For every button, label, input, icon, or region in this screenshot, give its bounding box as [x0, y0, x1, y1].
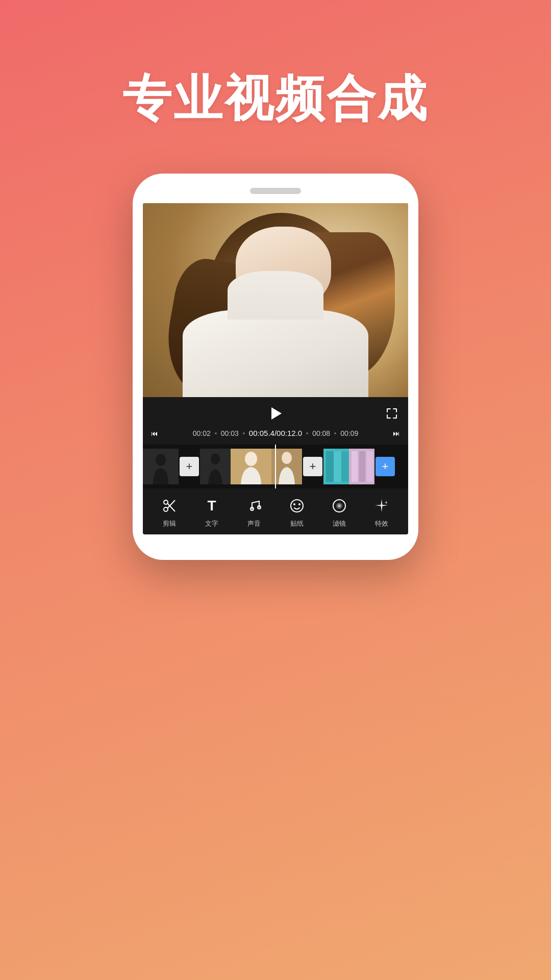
svg-rect-13 — [352, 451, 358, 482]
marker-2: 00:03 — [221, 429, 239, 437]
fullscreen-button[interactable] — [384, 405, 400, 422]
svg-rect-11 — [341, 451, 349, 482]
marker-1: 00:02 — [193, 429, 211, 437]
clip-thumb-4[interactable] — [271, 449, 302, 484]
video-frame — [143, 203, 408, 397]
filter-label: 滤镜 — [333, 519, 346, 528]
clip-thumb-1[interactable] — [143, 449, 179, 484]
skip-start-icon[interactable]: ⏮ — [151, 429, 158, 437]
detection-its-text: its — [436, 919, 460, 947]
clip-thumb-3[interactable] — [231, 449, 271, 484]
tool-filter[interactable]: 滤镜 — [324, 496, 355, 528]
play-icon — [271, 407, 282, 420]
video-area: ⏮ 00:02 00:03 00:05.4/00:12.0 00:08 00:0… — [143, 203, 408, 534]
svg-rect-14 — [359, 451, 365, 482]
clip-thumb-6[interactable] — [349, 449, 374, 484]
svg-point-7 — [282, 452, 292, 464]
marker-3: 00:08 — [312, 429, 330, 437]
svg-point-23 — [293, 503, 295, 505]
dot1 — [215, 432, 217, 434]
phone-speaker — [250, 188, 301, 194]
page-container: 专业视频合成 — [0, 0, 551, 980]
tool-effect[interactable]: 特效 — [366, 496, 397, 528]
svg-rect-9 — [326, 451, 334, 482]
clip-thumbnail-2 — [200, 449, 231, 484]
sparkle-icon — [374, 498, 389, 513]
svg-point-1 — [156, 454, 166, 466]
svg-point-24 — [298, 503, 300, 505]
marker-4: 00:09 — [340, 429, 358, 437]
svg-point-22 — [291, 500, 303, 512]
title-area: 专业视频合成 — [0, 0, 551, 174]
coat — [183, 310, 368, 397]
dot3 — [306, 432, 308, 434]
scissors-icon — [162, 498, 177, 513]
sticker-icon — [287, 496, 307, 516]
tool-audio[interactable]: 声音 — [239, 496, 269, 528]
tool-sticker[interactable]: 贴纸 — [282, 496, 312, 528]
cut-label: 剪辑 — [163, 519, 176, 528]
video-controls: ⏮ 00:02 00:03 00:05.4/00:12.0 00:08 00:0… — [143, 397, 408, 445]
coat-collar — [228, 271, 323, 320]
effect-icon — [371, 496, 392, 516]
current-time: 00:05.4/00:12.0 — [249, 429, 302, 437]
text-icon: T — [202, 496, 222, 516]
clip-thumb-5[interactable] — [323, 449, 349, 484]
dot4 — [334, 432, 336, 434]
audio-icon — [244, 496, 264, 516]
controls-row — [151, 404, 400, 423]
clip-thumbnail-5 — [323, 449, 349, 484]
svg-rect-10 — [334, 451, 341, 482]
fullscreen-icon — [386, 408, 397, 419]
music-note-icon — [247, 499, 261, 513]
skip-end-icon[interactable]: ⏭ — [393, 429, 400, 437]
clip-thumbnail-6 — [349, 449, 374, 484]
clip-thumbnail-1 — [143, 449, 179, 484]
svg-point-5 — [245, 452, 257, 466]
clip-thumbnail-3 — [231, 449, 271, 484]
tool-cut[interactable]: 剪辑 — [154, 496, 185, 528]
clip-thumb-2[interactable] — [200, 449, 231, 484]
bottom-toolbar: 剪辑 T 文字 声音 — [143, 488, 408, 534]
cut-icon — [159, 496, 180, 516]
clip-thumbnail-4 — [271, 449, 302, 484]
svg-point-3 — [211, 453, 220, 464]
add-clip-button-1[interactable]: + — [180, 457, 199, 476]
timeline-row: ⏮ 00:02 00:03 00:05.4/00:12.0 00:08 00:0… — [151, 427, 400, 439]
phone-mockup: ⏮ 00:02 00:03 00:05.4/00:12.0 00:08 00:0… — [133, 174, 418, 560]
text-label: 文字 — [205, 519, 218, 528]
add-clip-button-last[interactable]: + — [375, 457, 395, 476]
effect-label: 特效 — [375, 519, 388, 528]
add-clip-button-2[interactable]: + — [303, 457, 322, 476]
smiley-icon — [289, 498, 305, 513]
svg-rect-15 — [367, 451, 373, 482]
tool-text[interactable]: T 文字 — [196, 496, 227, 528]
main-title: 专业视频合成 — [0, 66, 551, 133]
filter-lens-icon — [332, 498, 347, 513]
sticker-label: 贴纸 — [290, 519, 304, 528]
timeline-times: 00:02 00:03 00:05.4/00:12.0 00:08 00:09 — [193, 429, 358, 437]
clips-strip[interactable]: + — [143, 445, 408, 488]
filter-icon — [329, 496, 349, 516]
play-button[interactable] — [266, 404, 285, 423]
dot2 — [243, 432, 245, 434]
svg-point-27 — [338, 504, 341, 507]
audio-label: 声音 — [247, 519, 261, 528]
